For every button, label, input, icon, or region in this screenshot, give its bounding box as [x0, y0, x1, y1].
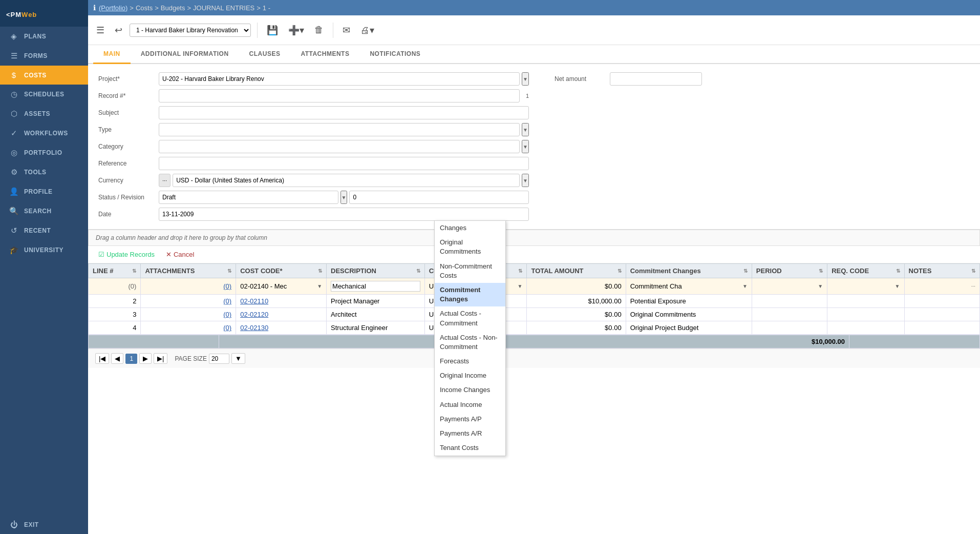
dropdown-item-original_commitments[interactable]: Original Commitments — [435, 235, 505, 259]
sort-icon[interactable]: ⇅ — [416, 268, 420, 274]
col-header-commitment: Commitment Changes ⇅ — [626, 264, 752, 278]
prev-page-button[interactable]: ◀ — [111, 353, 123, 364]
sidebar-item-workflows[interactable]: ✓ WORKFLOWS — [0, 124, 88, 143]
sidebar-item-search[interactable]: 🔍 SEARCH — [0, 201, 88, 221]
col-header-line: LINE # ⇅ — [89, 264, 141, 278]
dropdown-item-actual_income[interactable]: Actual Income — [435, 398, 505, 412]
tab-main[interactable]: MAIN — [93, 45, 131, 64]
menu-button[interactable]: ☰ — [93, 23, 108, 38]
form-area: Project* ▼ Record #* 1 Subject Type — [88, 64, 980, 230]
print-button[interactable]: 🖨▾ — [357, 23, 377, 38]
cost-code-link[interactable]: 02-02110 — [240, 297, 268, 305]
sort-icon[interactable]: ⇅ — [743, 268, 748, 274]
dropdown-item-original_income[interactable]: Original Income — [435, 368, 505, 383]
tab-notifications[interactable]: NOTIFICATIONS — [359, 45, 431, 64]
revision-input[interactable] — [349, 191, 529, 204]
sort-icon[interactable]: ⇅ — [971, 268, 975, 274]
project-dropdown-btn[interactable]: ▼ — [522, 72, 529, 86]
dropdown-item-payments_ar[interactable]: Payments A/R — [435, 426, 505, 441]
category-label: Category — [98, 143, 155, 150]
sort-icon[interactable]: ⇅ — [227, 268, 231, 274]
undo-button[interactable]: ↩ — [112, 23, 125, 38]
dropdown-item-forecasts[interactable]: Forecasts — [435, 354, 505, 368]
last-page-button[interactable]: ▶| — [154, 353, 167, 364]
dropdown-item-tenant_revenue[interactable]: Tenant Revenue — [435, 455, 505, 456]
cancel-button[interactable]: ✕ Cancel — [163, 249, 197, 260]
table-row[interactable]: 2 (0) 02-02110 Project Manager USD - Dol… — [89, 295, 980, 308]
net-amount-input[interactable] — [610, 72, 702, 86]
category-dropdown-btn[interactable]: ▼ — [522, 140, 529, 153]
sort-icon[interactable]: ⇅ — [132, 268, 136, 274]
data-table: LINE # ⇅ ATTACHMENTS ⇅ COST CODE* — [88, 263, 980, 335]
status-input[interactable] — [159, 191, 338, 204]
info-icon[interactable]: ℹ — [93, 4, 96, 12]
costs-icon: $ — [9, 71, 19, 79]
attachment-link[interactable]: (0) — [223, 297, 231, 305]
page-size-input[interactable] — [209, 354, 229, 364]
record-input[interactable] — [159, 89, 520, 102]
type-dropdown-btn[interactable]: ▼ — [522, 123, 529, 136]
sort-icon[interactable]: ⇅ — [819, 268, 823, 274]
tabs: MAIN ADDITIONAL INFORMATION CLAUSES ATTA… — [88, 45, 980, 64]
sidebar-item-profile[interactable]: 👤 PROFILE — [0, 182, 88, 201]
status-dropdown-btn[interactable]: ▼ — [340, 191, 348, 204]
breadcrumb-portfolio[interactable]: (Portfolio) — [99, 4, 127, 12]
sort-icon[interactable]: ⇅ — [318, 268, 322, 274]
currency-input[interactable] — [173, 174, 520, 187]
date-input[interactable] — [159, 208, 529, 221]
sidebar-item-schedules[interactable]: ◷ SCHEDULES — [0, 85, 88, 104]
sidebar-item-forms[interactable]: ☰ FORMS — [0, 46, 88, 66]
table-row[interactable]: 4 (0) 02-02130 Structural Engineer USD -… — [89, 321, 980, 335]
sort-icon[interactable]: ⇅ — [617, 268, 622, 274]
dropdown-item-changes[interactable]: Changes — [435, 221, 505, 235]
sidebar-item-university[interactable]: 🎓 UNIVERSITY — [0, 240, 88, 260]
commitment-dropdown[interactable]: ChangesOriginal CommitmentsNon-Commitmen… — [434, 220, 506, 456]
col-header-attachments: ATTACHMENTS ⇅ — [141, 264, 236, 278]
project-select[interactable]: 1 - Harvard Baker Library Renovation — [130, 24, 251, 37]
update-records-button[interactable]: ☑ Update Records — [95, 249, 158, 260]
email-button[interactable]: ✉ — [339, 23, 353, 38]
delete-button[interactable]: 🗑 — [311, 23, 327, 37]
currency-picker-btn[interactable]: ··· — [159, 174, 171, 187]
page-size-dropdown-btn[interactable]: ▼ — [231, 353, 245, 364]
sidebar-item-costs[interactable]: $ COSTS — [0, 66, 88, 85]
dropdown-item-payments_ap[interactable]: Payments A/P — [435, 412, 505, 426]
dropdown-item-actual_costs_non_commitment[interactable]: Actual Costs - Non-Commitment — [435, 331, 505, 354]
tab-clauses[interactable]: CLAUSES — [239, 45, 291, 64]
reference-input[interactable] — [159, 157, 529, 170]
update-icon: ☑ — [98, 251, 104, 258]
category-input[interactable] — [159, 140, 520, 153]
sidebar-item-tools[interactable]: ⚙ TOOLS — [0, 162, 88, 182]
attachment-link[interactable]: (0) — [223, 311, 231, 318]
currency-dropdown-btn[interactable]: ▼ — [522, 174, 529, 187]
dropdown-item-income_changes[interactable]: Income Changes — [435, 383, 505, 397]
sort-icon[interactable]: ⇅ — [518, 268, 522, 274]
description-cell-input[interactable] — [331, 281, 420, 292]
table-row[interactable]: 3 (0) 02-02120 Architect USD - Dollar (U… — [89, 308, 980, 321]
save-button[interactable]: 💾 — [264, 23, 281, 38]
sidebar-item-recent[interactable]: ↺ RECENT — [0, 221, 88, 240]
sort-icon[interactable]: ⇅ — [896, 268, 900, 274]
sidebar-item-label: PORTFOLIO — [24, 149, 62, 156]
subject-input[interactable] — [159, 106, 529, 119]
sidebar-item-assets[interactable]: ⬡ ASSETS — [0, 104, 88, 124]
dropdown-item-actual_costs_commitment[interactable]: Actual Costs - Commitment — [435, 306, 505, 330]
project-input[interactable] — [159, 72, 520, 86]
cost-code-link[interactable]: 02-02120 — [240, 311, 268, 318]
add-button[interactable]: ➕▾ — [285, 23, 307, 38]
type-input[interactable] — [159, 123, 520, 136]
sidebar-item-exit[interactable]: ⏻ EXIT — [0, 515, 88, 534]
dropdown-item-commitment_changes[interactable]: Commitment Changes — [435, 283, 505, 306]
tab-attachments[interactable]: ATTACHMENTS — [290, 45, 359, 64]
attachment-link[interactable]: (0) — [223, 324, 231, 332]
tab-additional[interactable]: ADDITIONAL INFORMATION — [131, 45, 239, 64]
sidebar-item-portfolio[interactable]: ◎ PORTFOLIO — [0, 143, 88, 162]
sidebar-item-plans[interactable]: ◈ PLANS — [0, 27, 88, 46]
next-page-button[interactable]: ▶ — [139, 353, 152, 364]
first-page-button[interactable]: |◀ — [95, 353, 109, 364]
table-row[interactable]: (0) (0) 02-02140 - Mec ▼ USD - Dollar (U… — [89, 278, 980, 295]
dropdown-item-non_commitment_costs[interactable]: Non-Commitment Costs — [435, 259, 505, 283]
cost-code-link[interactable]: 02-02130 — [240, 324, 268, 332]
attachment-link[interactable]: (0) — [223, 282, 231, 290]
dropdown-item-tenant_costs[interactable]: Tenant Costs — [435, 441, 505, 455]
